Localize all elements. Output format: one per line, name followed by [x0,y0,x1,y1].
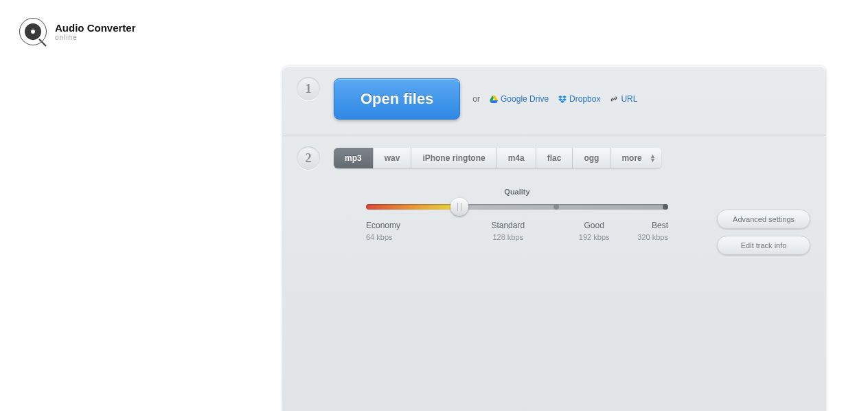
quality-rate-good: 192 kbps [556,233,632,241]
edit-track-info-button[interactable]: Edit track info [717,236,810,255]
dropbox-link[interactable]: Dropbox [558,94,600,104]
quality-slider-handle[interactable] [450,198,468,216]
quality-stop-good [553,204,559,210]
step-2-spacer [334,284,810,394]
app-logo-text: Audio Converter online [55,22,136,41]
format-tab-iphone[interactable]: iPhone ringtone [411,148,496,168]
format-tab-flac[interactable]: flac [536,148,573,168]
svg-marker-5 [558,98,562,101]
quality-label-standard: Standard [459,221,556,230]
converter-panel: 1 Open files or Google Drive [283,66,825,411]
app-subtitle: online [55,34,136,41]
dropbox-label: Dropbox [569,94,600,104]
app-logo-icon [19,18,47,45]
quality-slider[interactable] [366,204,668,210]
format-tab-more[interactable]: more ▴▾ [610,148,661,168]
google-drive-link[interactable]: Google Drive [490,94,549,104]
advanced-settings-button[interactable]: Advanced settings [717,210,810,229]
google-drive-icon [490,96,498,103]
format-tabs: mp3 wav iPhone ringtone m4a flac ogg mor… [334,148,661,168]
format-tab-ogg[interactable]: ogg [573,148,610,168]
url-label: URL [621,94,637,104]
quality-stop-best [663,204,668,210]
svg-marker-3 [558,96,562,98]
quality-title: Quality [334,188,700,196]
app-header: Audio Converter online [19,18,136,45]
format-tab-wav[interactable]: wav [374,148,412,168]
step-1-badge: 1 [297,77,320,100]
open-files-button[interactable]: Open files [334,78,460,120]
svg-marker-6 [562,98,567,101]
quality-rate-economy: 64 kbps [366,233,459,241]
step-2-badge: 2 [297,146,320,170]
format-tab-more-label: more [621,153,641,163]
or-text: or [472,94,480,104]
quality-label-best: Best [632,221,668,230]
dropbox-icon [558,96,567,103]
format-tab-m4a[interactable]: m4a [497,148,536,168]
sort-arrows-icon: ▴▾ [651,154,654,162]
step-1-section: 1 Open files or Google Drive [283,66,825,135]
svg-marker-7 [560,100,564,103]
app-title: Audio Converter [55,22,136,34]
link-icon [610,95,618,103]
quality-labels: Economy 64 kbps Standard 128 kbps Good 1… [366,221,668,241]
format-tab-mp3[interactable]: mp3 [334,148,374,168]
step-2-section: 2 mp3 wav iPhone ringtone m4a flac ogg m… [283,135,825,411]
url-link[interactable]: URL [610,94,637,104]
quality-label-economy: Economy [366,221,459,230]
svg-marker-4 [562,96,567,98]
quality-side-buttons: Advanced settings Edit track info [717,210,810,255]
google-drive-label: Google Drive [501,94,549,104]
quality-area: Quality Economy 64 kbps Standa [334,188,700,241]
quality-rate-best: 320 kbps [632,233,668,241]
quality-rate-standard: 128 kbps [459,233,556,241]
quality-slider-track [366,204,668,210]
quality-label-good: Good [556,221,632,230]
